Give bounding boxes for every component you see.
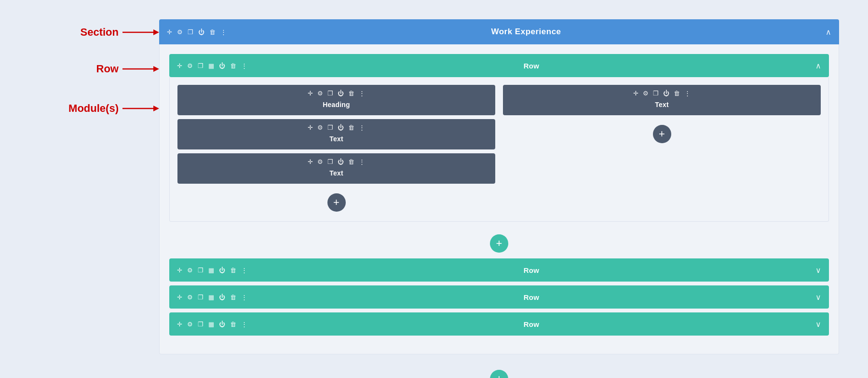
add-section-btn-wrap: + bbox=[159, 364, 839, 378]
row2-collapse-btn[interactable]: ∨ bbox=[815, 266, 821, 275]
mt1-duplicate-icon[interactable]: ❐ bbox=[327, 124, 333, 131]
row1-more-icon[interactable]: ⋮ bbox=[241, 62, 247, 69]
row1-settings-icon[interactable]: ⚙ bbox=[187, 62, 193, 69]
mh-delete-icon[interactable]: 🗑 bbox=[348, 90, 354, 97]
row4-collapse-btn[interactable]: ∨ bbox=[815, 320, 821, 329]
row4-power-icon[interactable]: ⏻ bbox=[219, 321, 225, 328]
row-2-bar: ✛ ⚙ ❐ ▦ ⏻ 🗑 ⋮ Row ∨ bbox=[169, 258, 829, 282]
section-annotation-arrow bbox=[121, 27, 159, 37]
mt2-move-icon[interactable]: ✛ bbox=[308, 158, 313, 165]
row-1-icons: ✛ ⚙ ❐ ▦ ⏻ 🗑 ⋮ bbox=[177, 62, 247, 69]
row2-delete-icon[interactable]: 🗑 bbox=[230, 267, 236, 274]
mt1-move-icon[interactable]: ✛ bbox=[308, 124, 313, 131]
row2-columns-icon[interactable]: ▦ bbox=[208, 267, 214, 274]
add-module-left-btn[interactable]: + bbox=[327, 193, 346, 212]
add-row-btn-1[interactable]: + bbox=[490, 234, 508, 253]
module-text1-label: Text bbox=[329, 135, 343, 143]
section-annotation-label: Section bbox=[81, 26, 119, 39]
mt2-power-icon[interactable]: ⏻ bbox=[338, 158, 344, 165]
row1-delete-icon[interactable]: 🗑 bbox=[230, 62, 236, 69]
mt2-delete-icon[interactable]: 🗑 bbox=[348, 158, 354, 165]
row2-power-icon[interactable]: ⏻ bbox=[219, 267, 225, 274]
row-2-title: Row bbox=[247, 266, 815, 274]
module-text-right-label: Text bbox=[655, 101, 669, 108]
row-3-icons: ✛ ⚙ ❐ ▦ ⏻ 🗑 ⋮ bbox=[177, 294, 247, 301]
row1-columns-icon[interactable]: ▦ bbox=[208, 62, 214, 69]
row-3-wrap: ✛ ⚙ ❐ ▦ ⏻ 🗑 ⋮ Row ∨ bbox=[169, 285, 829, 309]
module-heading-icons: ✛ ⚙ ❐ ⏻ 🗑 ⋮ bbox=[308, 90, 365, 97]
row-4-bar: ✛ ⚙ ❐ ▦ ⏻ 🗑 ⋮ Row ∨ bbox=[169, 312, 829, 336]
mtr-delete-icon[interactable]: 🗑 bbox=[674, 90, 680, 97]
section-title: Work Experience bbox=[227, 27, 826, 37]
module-col-right: ✛ ⚙ ❐ ⏻ 🗑 ⋮ Text bbox=[503, 85, 821, 214]
row3-settings-icon[interactable]: ⚙ bbox=[187, 294, 193, 301]
svg-marker-5 bbox=[153, 106, 159, 111]
module-col-left: ✛ ⚙ ❐ ⏻ 🗑 ⋮ Heading bbox=[177, 85, 495, 214]
section-settings-icon[interactable]: ⚙ bbox=[177, 28, 183, 36]
mtr-move-icon[interactable]: ✛ bbox=[633, 90, 638, 97]
row-1-wrap: ✛ ⚙ ❐ ▦ ⏻ 🗑 ⋮ Row ∧ bbox=[169, 54, 829, 222]
mt1-more-icon[interactable]: ⋮ bbox=[359, 124, 365, 131]
module-grid: ✛ ⚙ ❐ ⏻ 🗑 ⋮ Heading bbox=[177, 85, 821, 214]
section-delete-icon[interactable]: 🗑 bbox=[209, 28, 216, 36]
row3-columns-icon[interactable]: ▦ bbox=[208, 294, 214, 301]
module-text2-icons: ✛ ⚙ ❐ ⏻ 🗑 ⋮ bbox=[308, 158, 365, 165]
mtr-settings-icon[interactable]: ⚙ bbox=[643, 90, 649, 97]
row2-settings-icon[interactable]: ⚙ bbox=[187, 267, 193, 274]
mt1-delete-icon[interactable]: 🗑 bbox=[348, 124, 354, 131]
mt1-settings-icon[interactable]: ⚙ bbox=[317, 124, 323, 131]
modules-annotation-arrow bbox=[121, 104, 159, 113]
row1-collapse-btn[interactable]: ∧ bbox=[815, 61, 821, 70]
row3-duplicate-icon[interactable]: ❐ bbox=[198, 294, 203, 301]
module-text-1: ✛ ⚙ ❐ ⏻ 🗑 ⋮ Text bbox=[177, 119, 495, 149]
row4-delete-icon[interactable]: 🗑 bbox=[230, 321, 236, 328]
row3-move-icon[interactable]: ✛ bbox=[177, 294, 182, 301]
row2-move-icon[interactable]: ✛ bbox=[177, 267, 182, 274]
row4-duplicate-icon[interactable]: ❐ bbox=[198, 321, 203, 328]
section-more-icon[interactable]: ⋮ bbox=[220, 28, 227, 36]
row3-collapse-btn[interactable]: ∨ bbox=[815, 293, 821, 302]
module-text-right-icons: ✛ ⚙ ❐ ⏻ 🗑 ⋮ bbox=[633, 90, 691, 97]
row3-more-icon[interactable]: ⋮ bbox=[241, 294, 247, 301]
mtr-duplicate-icon[interactable]: ❐ bbox=[653, 90, 659, 97]
mt2-settings-icon[interactable]: ⚙ bbox=[317, 158, 323, 165]
mt2-more-icon[interactable]: ⋮ bbox=[359, 158, 365, 165]
mh-more-icon[interactable]: ⋮ bbox=[359, 90, 365, 97]
add-row-between-1-2: + bbox=[169, 229, 829, 255]
section-duplicate-icon[interactable]: ❐ bbox=[188, 28, 193, 36]
mtr-more-icon[interactable]: ⋮ bbox=[684, 90, 691, 97]
row4-move-icon[interactable]: ✛ bbox=[177, 321, 182, 328]
row-2-icons: ✛ ⚙ ❐ ▦ ⏻ 🗑 ⋮ bbox=[177, 267, 247, 274]
row4-settings-icon[interactable]: ⚙ bbox=[187, 321, 193, 328]
module-text-right: ✛ ⚙ ❐ ⏻ 🗑 ⋮ Text bbox=[503, 85, 821, 115]
row1-power-icon[interactable]: ⏻ bbox=[219, 62, 225, 69]
row-3-title: Row bbox=[247, 293, 815, 301]
mh-duplicate-icon[interactable]: ❐ bbox=[327, 90, 333, 97]
section-collapse-btn[interactable]: ∧ bbox=[826, 27, 831, 37]
row2-duplicate-icon[interactable]: ❐ bbox=[198, 267, 203, 274]
module-text2-label: Text bbox=[329, 169, 343, 177]
row-annotation-label: Row bbox=[96, 63, 119, 75]
row-1-bar: ✛ ⚙ ❐ ▦ ⏻ 🗑 ⋮ Row ∧ bbox=[169, 54, 829, 77]
section-move-icon[interactable]: ✛ bbox=[167, 28, 172, 36]
row4-columns-icon[interactable]: ▦ bbox=[208, 321, 214, 328]
row2-more-icon[interactable]: ⋮ bbox=[241, 267, 247, 274]
row4-more-icon[interactable]: ⋮ bbox=[241, 321, 247, 328]
mh-move-icon[interactable]: ✛ bbox=[308, 90, 313, 97]
row1-duplicate-icon[interactable]: ❐ bbox=[198, 62, 203, 69]
add-section-btn[interactable]: + bbox=[490, 370, 508, 378]
row3-delete-icon[interactable]: 🗑 bbox=[230, 294, 236, 301]
section-bar: ✛ ⚙ ❐ ⏻ 🗑 ⋮ Work Experience ∧ bbox=[159, 19, 839, 44]
row3-power-icon[interactable]: ⏻ bbox=[219, 294, 225, 301]
mtr-power-icon[interactable]: ⏻ bbox=[663, 90, 669, 97]
mt2-duplicate-icon[interactable]: ❐ bbox=[327, 158, 333, 165]
mt1-power-icon[interactable]: ⏻ bbox=[338, 124, 344, 131]
section-power-icon[interactable]: ⏻ bbox=[198, 28, 204, 36]
add-module-right-btn[interactable]: + bbox=[653, 125, 671, 143]
row1-move-icon[interactable]: ✛ bbox=[177, 62, 182, 69]
mh-power-icon[interactable]: ⏻ bbox=[338, 90, 344, 97]
row-1-content: ✛ ⚙ ❐ ⏻ 🗑 ⋮ Heading bbox=[169, 77, 829, 222]
row-4-title: Row bbox=[247, 320, 815, 328]
modules-annotation-label: Module(s) bbox=[68, 102, 119, 115]
mh-settings-icon[interactable]: ⚙ bbox=[317, 90, 323, 97]
